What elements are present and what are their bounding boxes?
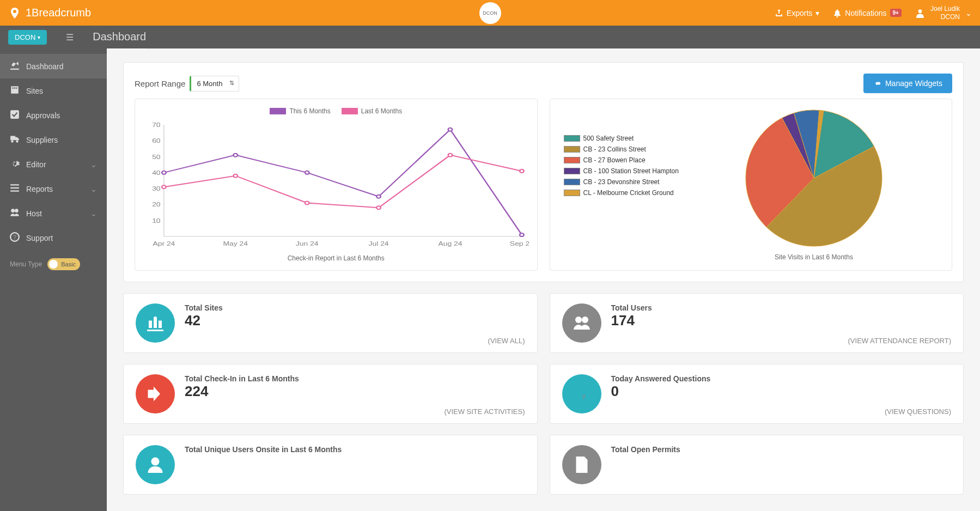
line-chart-card: This 6 Months Last 6 Months 102030405060… <box>135 99 538 271</box>
sidebar-item-support[interactable]: ? Support <box>0 226 107 250</box>
chevron-down-icon: ⌄ <box>90 160 97 169</box>
legend-swatch <box>342 108 358 114</box>
manage-widgets-button[interactable]: Manage Widgets <box>863 74 952 93</box>
svg-text:50: 50 <box>152 154 160 160</box>
brand-logo[interactable]: 1Breadcrumb <box>8 7 91 20</box>
list-icon <box>10 183 20 194</box>
stat-icon <box>562 303 601 343</box>
line-chart-title: Check-in Report in Last 6 Months <box>143 254 529 262</box>
sidebar-item-sites[interactable]: Sites <box>0 78 107 103</box>
exports-menu[interactable]: Exports ▾ <box>775 9 819 17</box>
svg-text:Sep 24: Sep 24 <box>510 240 529 247</box>
svg-text:60: 60 <box>152 138 160 144</box>
legend-item: 500 Safety Street <box>564 135 679 142</box>
menu-toggle-icon[interactable]: ☰ <box>66 32 74 42</box>
stat-value: 42 <box>185 312 525 329</box>
company-selector[interactable]: DCON ▾ <box>8 30 47 45</box>
svg-point-36 <box>162 185 166 188</box>
svg-rect-2 <box>13 88 14 89</box>
sidebar-item-dashboard[interactable]: Dashboard <box>0 54 107 78</box>
sidebar-item-approvals[interactable]: Approvals <box>0 103 107 127</box>
stat-link[interactable]: (VIEW ALL) <box>488 337 525 345</box>
user-name: Joel Ludik <box>930 5 960 13</box>
dashboard-card: Report Range 6 Month Manage Widgets This… <box>123 62 964 282</box>
svg-text:30: 30 <box>152 185 160 192</box>
sidebar: Dashboard Sites Approvals Suppliers Edit… <box>0 48 107 511</box>
user-icon <box>915 8 925 18</box>
legend-item: Last 6 Months <box>342 107 402 115</box>
gear-icon <box>873 80 881 87</box>
stat-card: Total Check-In in Last 6 Months 224 (VIE… <box>123 364 538 424</box>
svg-point-43 <box>582 317 588 323</box>
svg-text:Aug 24: Aug 24 <box>438 240 462 247</box>
svg-point-41 <box>520 169 524 173</box>
stat-card: Total Open Permits <box>550 435 964 495</box>
svg-point-40 <box>448 154 453 157</box>
sidebar-item-reports[interactable]: Reports ⌄ <box>0 177 107 201</box>
stat-icon <box>136 374 175 413</box>
stat-link[interactable]: (VIEW SITE ACTIVITIES) <box>444 407 525 416</box>
building-icon <box>10 85 20 96</box>
chevron-down-icon: ⌄ <box>90 209 97 218</box>
legend-swatch <box>564 179 580 185</box>
question-icon: ? <box>10 232 20 244</box>
truck-icon <box>10 134 20 145</box>
breadcrumb-icon <box>8 7 21 20</box>
svg-point-39 <box>376 206 381 209</box>
legend-item: CB - 23 Devonshire Street <box>564 178 679 186</box>
sidebar-item-host[interactable]: Host ⌄ <box>0 201 107 226</box>
legend-item: CB - 100 Station Street Hampton <box>564 167 679 175</box>
svg-text:Jul 24: Jul 24 <box>369 240 389 247</box>
line-chart-legend: This 6 Months Last 6 Months <box>143 107 529 115</box>
pie-chart-title: Site Visits in Last 6 Months <box>775 253 853 261</box>
legend-item: CB - 23 Collins Street <box>564 145 679 153</box>
sidebar-item-suppliers[interactable]: Suppliers <box>0 127 107 152</box>
chevron-down-icon: ⌄ <box>965 9 972 17</box>
report-range-select[interactable]: 6 Month <box>190 76 239 92</box>
svg-point-34 <box>448 128 453 131</box>
page-title: Dashboard <box>93 31 146 50</box>
controls-row: Report Range 6 Month Manage Widgets <box>124 63 963 99</box>
center-company-logo[interactable]: DCON <box>479 2 501 24</box>
stat-value: 224 <box>185 383 525 400</box>
sidebar-item-label: Suppliers <box>26 136 58 144</box>
stat-link[interactable]: (VIEW QUESTIONS) <box>885 407 951 416</box>
stat-label: Total Check-In in Last 6 Months <box>185 374 525 383</box>
svg-point-12 <box>15 209 19 212</box>
svg-text:40: 40 <box>152 169 160 176</box>
sub-header: DCON ▾ ☰ Dashboard <box>0 26 980 48</box>
stat-icon <box>562 445 601 484</box>
user-menu[interactable]: Joel Ludik DCON ⌄ <box>915 5 972 21</box>
report-range-label: Report Range <box>135 79 185 88</box>
menu-type-switch[interactable]: Basic <box>47 258 80 270</box>
pie-chart-legend: 500 Safety StreetCB - 23 Collins StreetC… <box>558 107 684 262</box>
notification-badge: 9+ <box>890 9 902 17</box>
sidebar-item-label: Editor <box>26 160 46 169</box>
legend-item: CL - Melbourne Cricket Ground <box>564 189 679 197</box>
svg-text:Jun 24: Jun 24 <box>296 240 319 247</box>
svg-text:May 24: May 24 <box>223 240 248 247</box>
stat-label: Today Answered Questions <box>611 374 952 383</box>
notifications-menu[interactable]: Notifications 9+ <box>833 9 902 17</box>
stat-label: Total Unique Users Onsite in Last 6 Mont… <box>185 445 525 454</box>
stat-label: Total Users <box>611 303 952 312</box>
legend-swatch <box>564 157 580 163</box>
sidebar-item-label: Host <box>26 209 42 218</box>
svg-text:70: 70 <box>152 121 160 128</box>
stat-card: Total Users 174 (VIEW ATTENDANCE REPORT) <box>550 293 964 353</box>
sidebar-item-editor[interactable]: Editor ⌄ <box>0 152 107 177</box>
stat-value: 174 <box>611 312 952 329</box>
stat-icon <box>136 303 175 343</box>
menu-type-label: Menu Type <box>10 260 42 268</box>
user-company: DCON <box>941 13 960 21</box>
gear-icon <box>10 159 20 170</box>
sidebar-item-label: Sites <box>26 87 43 95</box>
users-icon <box>10 208 20 219</box>
sidebar-item-label: Dashboard <box>26 62 64 71</box>
legend-swatch <box>564 190 580 196</box>
stat-link[interactable]: (VIEW ATTENDANCE REPORT) <box>848 337 951 345</box>
sidebar-item-label: Reports <box>26 185 53 193</box>
bell-icon <box>833 9 842 17</box>
stat-label: Total Sites <box>185 303 525 312</box>
chevron-down-icon: ▾ <box>38 34 40 40</box>
